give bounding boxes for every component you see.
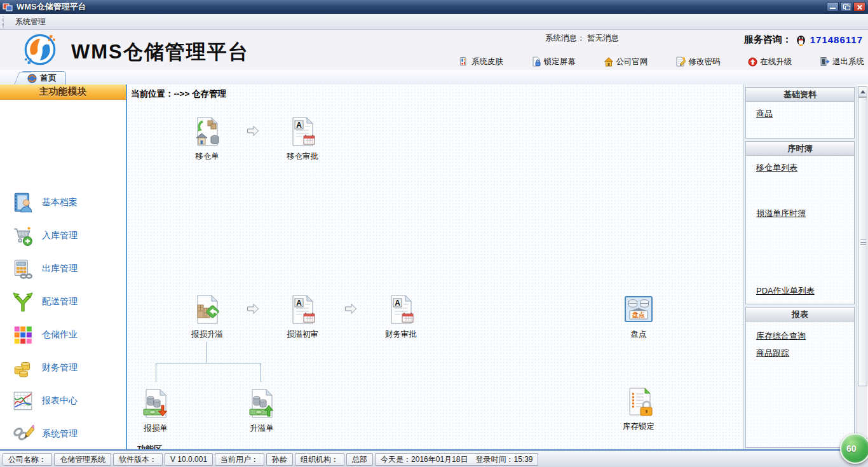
connector-line: [156, 363, 261, 363]
brand-title: WMS仓储管理平台: [71, 39, 249, 65]
menu-item-system-management[interactable]: 系统管理: [9, 15, 52, 29]
link-goods-tracking[interactable]: 商品跟踪: [756, 348, 789, 359]
scroll-up-button[interactable]: [858, 86, 867, 97]
flow-node-loss-order[interactable]: 报损单: [127, 388, 184, 434]
link-loss-gain-journal[interactable]: 损溢单序时簿: [756, 208, 806, 219]
system-message: 系统消息： 暂无消息: [545, 33, 619, 44]
minimize-button[interactable]: [827, 2, 839, 11]
sidebar-item-outbound[interactable]: 出库管理: [0, 252, 126, 285]
minimize-icon: [830, 8, 836, 9]
toolbar-company-website[interactable]: 公司官网: [604, 57, 648, 67]
vertical-scrollbar[interactable]: [857, 86, 867, 449]
link-transfer-order-list[interactable]: 移仓单列表: [756, 162, 797, 173]
tab-home-label: 首页: [40, 72, 57, 84]
qq-penguin-icon[interactable]: [796, 34, 806, 46]
status-user-value: 孙龄: [266, 453, 293, 466]
service-label: 服务咨询：: [744, 34, 792, 46]
flow-node-loss-gain-report[interactable]: 报损升溢: [179, 294, 236, 340]
sidebar-item-report-center[interactable]: 报表中心: [0, 384, 126, 417]
flow-node-stock-lock[interactable]: 库存锁定: [610, 386, 667, 432]
scroll-up-icon: [860, 90, 865, 93]
window-title: WMS仓储管理平台: [17, 1, 86, 13]
clipped-section-label: 功能区: [137, 443, 162, 449]
transfer-order-icon: [192, 116, 222, 147]
link-goods[interactable]: 商品: [756, 108, 773, 119]
loss-order-icon: [140, 388, 171, 419]
menu-bar: 系统管理: [0, 14, 868, 30]
session-timer-badge[interactable]: 60: [840, 433, 868, 464]
finance-coins-icon: [11, 356, 34, 379]
status-company-label: 公司名称：: [3, 453, 52, 466]
panel-reports-header: 报表: [746, 308, 854, 321]
status-bar: 公司名称： 仓储管理系统 软件版本： V 10.0.001 当前用户： 孙龄 组…: [0, 450, 868, 467]
header: WMS仓储管理平台 系统消息： 暂无消息 服务咨询： 171486117 系统皮…: [0, 30, 868, 70]
flow-arrow-icon: [247, 303, 259, 315]
system-message-label: 系统消息：: [545, 34, 585, 43]
sidebar-item-warehouse-ops[interactable]: 仓储作业: [0, 318, 126, 351]
status-user-label: 当前用户：: [215, 453, 264, 466]
stocktake-icon-text: 盘点: [632, 311, 645, 318]
app-icon: [3, 2, 13, 12]
sidebar-item-delivery[interactable]: 配送管理: [0, 285, 126, 318]
toolbar-online-upgrade[interactable]: 在线升级: [748, 57, 792, 67]
stock-lock-icon: [623, 386, 654, 417]
exit-system-icon: [820, 57, 830, 67]
status-org-label: 组织机构：: [295, 453, 344, 466]
connector-line: [207, 342, 207, 363]
service-qq-number[interactable]: 171486117: [810, 34, 863, 45]
skin-icon: [459, 57, 469, 67]
toolbar-lock-screen[interactable]: 锁定屏幕: [531, 57, 576, 67]
status-version-label: 软件版本：: [113, 453, 163, 466]
sidebar: 主功能模块 基本档案 入库管理: [0, 85, 127, 449]
inbound-cart-icon: [11, 224, 34, 247]
panel-journal: 序时簿 移仓单列表 损溢单序时簿 PDA作业单列表: [745, 141, 855, 304]
flow-node-stocktake[interactable]: 盘点 盘点: [610, 294, 667, 340]
sidebar-title: 主功能模块: [39, 86, 87, 98]
flow-node-finance-approval[interactable]: A 财务审批: [372, 294, 430, 340]
first-review-icon: A: [287, 294, 318, 325]
sidebar-item-system-management[interactable]: 系统管理: [0, 417, 126, 450]
scrollbar-thumb[interactable]: [858, 97, 867, 386]
status-version-value: V 10.0.001: [165, 453, 213, 466]
wms-logo: [23, 32, 57, 67]
sidebar-item-basic-archive[interactable]: 基本档案: [0, 186, 126, 219]
connector-line: [261, 363, 261, 382]
warehouse-grid-icon: [11, 323, 34, 346]
body: 主功能模块 基本档案 入库管理: [0, 85, 868, 449]
tab-home[interactable]: 首页: [22, 71, 66, 85]
flow-node-transfer-approval[interactable]: A 移仓审批: [274, 116, 331, 162]
svg-text:A: A: [296, 121, 302, 130]
system-message-value: 暂无消息: [587, 34, 619, 43]
service-contact: 服务咨询： 171486117: [744, 34, 863, 46]
toolbar-grip: [2, 17, 4, 27]
panel-basic-data-header: 基础资料: [746, 88, 854, 102]
flow-node-gain-order[interactable]: 升溢单: [233, 388, 290, 434]
panel-journal-header: 序时簿: [746, 142, 854, 156]
link-stock-query[interactable]: 库存综合查询: [756, 330, 806, 342]
panel-basic-data: 基础资料 商品: [745, 87, 855, 139]
connector-line: [156, 363, 156, 382]
header-toolbar: 系统皮肤 锁定屏幕 公司官网: [448, 54, 864, 69]
sidebar-item-inbound[interactable]: 入库管理: [0, 219, 126, 252]
flow-arrow-icon: [247, 125, 259, 137]
sidebar-item-finance[interactable]: 财务管理: [0, 351, 126, 384]
change-password-icon: [675, 57, 686, 67]
toolbar-system-skin[interactable]: 系统皮肤: [459, 57, 503, 67]
restore-button[interactable]: [840, 2, 852, 11]
lock-screen-icon: [531, 57, 541, 67]
report-chart-icon: [11, 389, 34, 412]
svg-text:A: A: [296, 299, 302, 308]
flow-node-loss-gain-first-review[interactable]: A 损溢初审: [274, 294, 331, 340]
tab-strip: 首页: [0, 70, 868, 85]
status-date-login: 今天是：2016年01月18日 登录时间：15:39: [375, 453, 538, 466]
company-website-icon: [604, 57, 614, 67]
close-button[interactable]: [853, 2, 865, 11]
flow-node-transfer-order[interactable]: 移仓单: [179, 116, 236, 162]
link-pda-worklist[interactable]: PDA作业单列表: [756, 285, 815, 297]
main-content: 当前位置：-->> 仓存管理 移仓单: [127, 85, 743, 449]
right-panel-column: 基础资料 商品 序时簿 移仓单列表 损溢单序时簿 PDA作业单列表 报表 库存综…: [743, 85, 857, 449]
toolbar-change-password[interactable]: 修改密码: [675, 57, 720, 67]
toolbar-exit-system[interactable]: 退出系统: [820, 57, 864, 67]
status-company-value: 仓储管理系统: [54, 453, 111, 466]
basic-archive-icon: [11, 191, 34, 214]
